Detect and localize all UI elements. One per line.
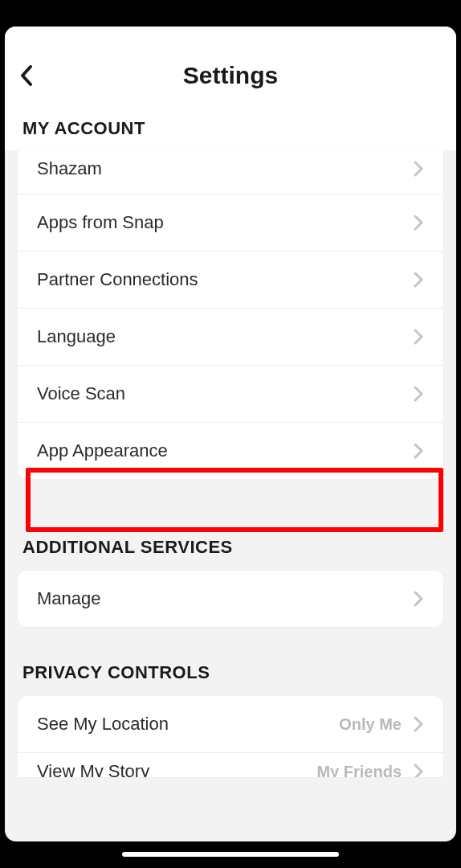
row-see-my-location[interactable]: See My Location Only Me: [18, 696, 443, 753]
row-manage[interactable]: Manage: [18, 571, 443, 627]
section-header-privacy-controls: PRIVACY CONTROLS: [5, 627, 456, 696]
row-label: Manage: [37, 588, 413, 609]
chevron-right-icon: [413, 442, 424, 460]
row-label: See My Location: [37, 714, 339, 735]
section-header-my-account: MY ACCOUNT: [5, 107, 456, 150]
chevron-right-icon: [413, 271, 424, 289]
chevron-right-icon: [413, 385, 424, 403]
chevron-right-icon: [413, 328, 424, 346]
row-label: Voice Scan: [37, 383, 413, 404]
row-language[interactable]: Language: [18, 309, 443, 366]
row-view-my-story[interactable]: View My Story My Friends: [18, 753, 443, 777]
header-bar: Settings: [5, 27, 456, 107]
chevron-right-icon: [413, 763, 424, 777]
row-label: Apps from Snap: [37, 212, 413, 233]
privacy-controls-list: See My Location Only Me View My Story My…: [18, 696, 443, 777]
row-label: Language: [37, 326, 413, 347]
row-label: View My Story: [37, 761, 316, 777]
my-account-list: Shazam Apps from Snap Partner Connection…: [18, 150, 443, 479]
page-title: Settings: [19, 62, 442, 89]
section-header-additional-services: ADDITIONAL SERVICES: [5, 479, 456, 571]
additional-services-list: Manage: [18, 571, 443, 627]
row-label: App Appearance: [37, 440, 413, 461]
chevron-right-icon: [413, 160, 424, 178]
row-value: Only Me: [339, 715, 402, 734]
chevron-right-icon: [413, 715, 424, 733]
chevron-right-icon: [413, 590, 424, 608]
row-label: Partner Connections: [37, 269, 413, 290]
settings-screen: Settings MY ACCOUNT Shazam Apps from Sna…: [5, 27, 456, 841]
row-label: Shazam: [37, 158, 413, 179]
home-indicator[interactable]: [122, 852, 339, 857]
chevron-right-icon: [413, 214, 424, 231]
row-app-appearance[interactable]: App Appearance: [18, 423, 443, 479]
row-partner-connections[interactable]: Partner Connections: [18, 252, 443, 309]
row-value: My Friends: [316, 763, 402, 778]
row-shazam[interactable]: Shazam: [18, 150, 443, 194]
row-apps-from-snap[interactable]: Apps from Snap: [18, 194, 443, 252]
row-voice-scan[interactable]: Voice Scan: [18, 366, 443, 423]
